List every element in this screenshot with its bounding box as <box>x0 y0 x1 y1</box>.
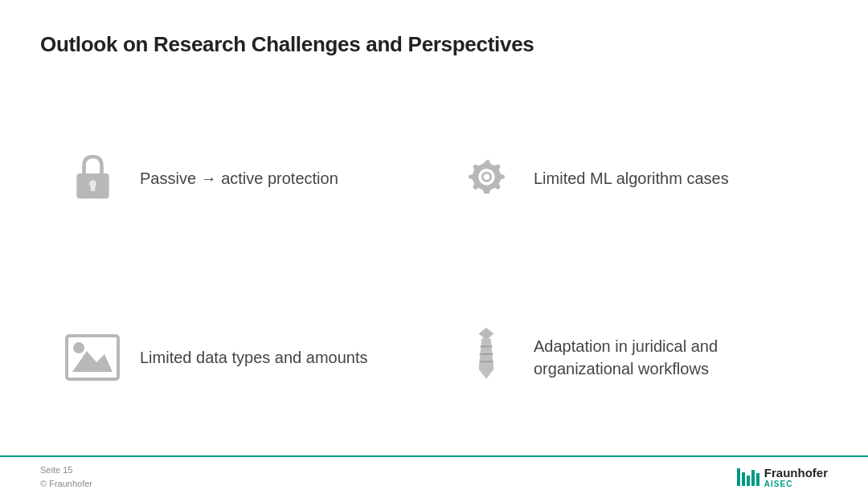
svg-rect-14 <box>737 468 740 486</box>
page-number: Seite 15 <box>40 463 92 478</box>
svg-rect-2 <box>90 186 95 191</box>
fraunhofer-sub: AISEC <box>764 480 793 488</box>
slide-title: Outlook on Research Challenges and Persp… <box>40 32 828 57</box>
item-text-juridical: Adaptation in juridical and organization… <box>534 335 804 380</box>
lock-icon <box>64 150 121 206</box>
gear-icon <box>458 150 514 206</box>
svg-point-8 <box>73 342 84 353</box>
fraunhofer-name: Fraunhofer <box>764 467 828 480</box>
copyright: © Fraunhofer <box>40 477 92 492</box>
image-icon <box>64 329 121 386</box>
svg-rect-17 <box>751 470 755 486</box>
slide: Outlook on Research Challenges and Persp… <box>0 0 868 498</box>
svg-point-5 <box>483 173 489 179</box>
svg-rect-18 <box>756 473 760 486</box>
grid-item-juridical: Adaptation in juridical and organization… <box>434 268 828 447</box>
tie-icon <box>458 329 514 386</box>
grid-item-data-types: Limited data types and amounts <box>40 268 434 447</box>
svg-rect-16 <box>747 476 750 486</box>
footer-left: Seite 15 © Fraunhofer <box>40 463 92 492</box>
fraunhofer-logo: Fraunhofer AISEC <box>737 467 828 489</box>
content-grid: Passive → active protection Limited ML a… <box>40 81 828 455</box>
item-text-ml-algorithm: Limited ML algorithm cases <box>534 167 729 190</box>
svg-rect-6 <box>67 336 118 379</box>
item-text-data-types: Limited data types and amounts <box>140 346 368 369</box>
svg-marker-9 <box>479 328 494 340</box>
svg-marker-10 <box>479 338 494 379</box>
footer: Seite 15 © Fraunhofer Fraunhofer AISEC <box>0 455 868 498</box>
fraunhofer-logo-icon <box>737 468 760 486</box>
svg-marker-7 <box>72 351 113 372</box>
grid-item-ml-algorithm: Limited ML algorithm cases <box>434 89 828 268</box>
item-text-passive-active: Passive → active protection <box>140 167 338 190</box>
svg-rect-15 <box>742 472 745 486</box>
grid-item-passive-active: Passive → active protection <box>40 89 434 268</box>
fraunhofer-logo-text: Fraunhofer AISEC <box>764 467 828 489</box>
